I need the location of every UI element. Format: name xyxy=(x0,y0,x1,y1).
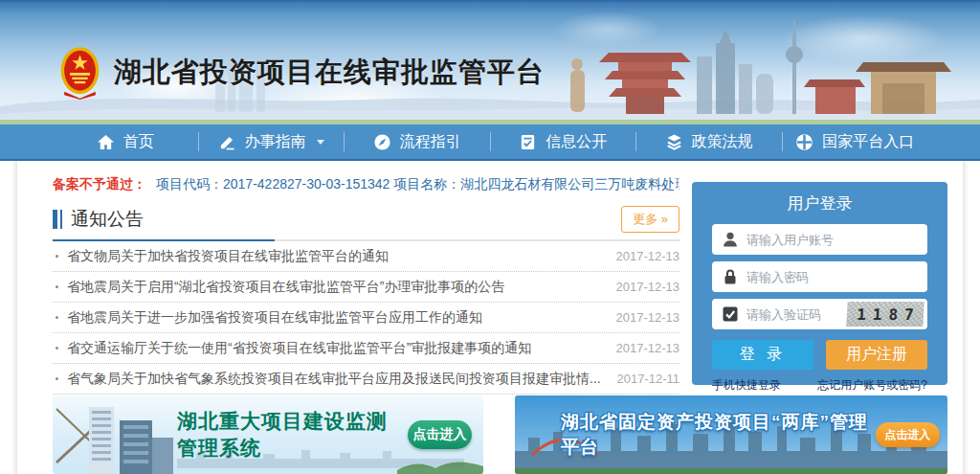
home-icon xyxy=(97,133,115,151)
password-field-wrap xyxy=(712,261,927,292)
login-button[interactable]: 登 录 xyxy=(712,340,813,370)
captcha-field-wrap: 1187 xyxy=(712,299,927,329)
national-emblem-icon xyxy=(57,46,102,100)
login-title: 用户登录 xyxy=(712,192,927,217)
nav-label: 国家平台入口 xyxy=(822,132,914,152)
main-nav: 首页 办事指南 流程指引 信息公开 xyxy=(0,124,980,161)
banner-enter-button[interactable]: 点击进入 xyxy=(408,420,472,449)
register-button[interactable]: 用户注册 xyxy=(826,340,927,370)
notice-row[interactable]: 省文物局关于加快省投资项目在线审批监管平台的通知 2017-12-13 xyxy=(53,241,679,272)
password-input[interactable] xyxy=(712,261,927,292)
notice-link[interactable]: 省气象局关于加快省气象系统投资项目在线审批平台应用及报送民间投资项目报建审批情.… xyxy=(67,371,601,388)
notice-row[interactable]: 省地震局关于进一步加强省投资项目在线审批监管平台应用工作的通知 2017-12-… xyxy=(53,303,679,333)
captcha-image[interactable]: 1187 xyxy=(846,302,924,327)
nav-item-process[interactable]: 流程指引 xyxy=(345,124,490,159)
nav-label: 信息公开 xyxy=(546,132,607,152)
bullet-icon xyxy=(56,377,58,380)
section-bar-icon xyxy=(53,210,62,229)
nav-item-info[interactable]: 信息公开 xyxy=(491,124,636,159)
notice-date: 2017-12-13 xyxy=(605,280,680,294)
pencil-icon xyxy=(218,133,236,151)
announcement-ticker[interactable]: 备案不予通过： 项目代码：2017-422827-30-03-151342 项目… xyxy=(53,174,679,195)
banner-title: 湖北省固定资产投资项目“两库”管理平台 xyxy=(561,410,876,460)
notices-section: 通知公告 更多 » 省文物局关于加快省投资项目在线审批监管平台的通知 2017-… xyxy=(53,203,679,395)
notice-link[interactable]: 省地震局关于启用“湖北省投资项目在线审批监管平台”办理审批事项的公告 xyxy=(67,279,504,296)
bullet-icon xyxy=(56,316,58,319)
login-links: 手机快捷登录 忘记用户账号或密码? xyxy=(712,377,927,394)
bullet-icon xyxy=(56,255,58,258)
nav-label: 办事指南 xyxy=(245,132,306,152)
nav-item-guide[interactable]: 办事指南 xyxy=(199,124,345,159)
grid-circle-icon xyxy=(795,133,813,151)
notice-link[interactable]: 省文物局关于加快省投资项目在线审批监管平台的通知 xyxy=(67,248,389,265)
chevron-down-icon xyxy=(317,140,324,145)
ticker-message: 项目代码：2017-422827-30-03-151342 项目名称：湖北四龙石… xyxy=(156,176,679,193)
notice-link[interactable]: 省交通运输厅关于统一使用“省投资项目在线审批监管平台”审批报建事项的通知 xyxy=(67,340,531,357)
page-title: 湖北省投资项目在线审批监管平台 xyxy=(114,54,545,92)
nav-item-national-platform[interactable]: 国家平台入口 xyxy=(783,124,928,159)
page-edge-shadow xyxy=(11,161,17,474)
login-panel: 用户登录 1187 登 录 用户注册 xyxy=(692,182,947,385)
notices-title: 通知公告 xyxy=(71,207,144,232)
nav-item-home[interactable]: 首页 xyxy=(53,124,198,159)
notice-row[interactable]: 省地震局关于启用“湖北省投资项目在线审批监管平台”办理审批事项的公告 2017-… xyxy=(53,272,679,303)
banner-monitor-system[interactable]: 湖北重大项目建设监测管理系统 点击进入 xyxy=(53,395,483,474)
username-field-wrap xyxy=(712,224,927,255)
more-button[interactable]: 更多 » xyxy=(621,206,679,233)
nav-label: 政策法规 xyxy=(692,132,753,152)
notice-link[interactable]: 省地震局关于进一步加强省投资项目在线审批监管平台应用工作的通知 xyxy=(67,309,482,327)
nav-item-policy[interactable]: 政策法规 xyxy=(636,124,782,159)
banner-two-db-platform[interactable]: 湖北省固定资产投资项目“两库”管理平台 点击进入 xyxy=(515,395,947,474)
compass-icon xyxy=(373,133,391,151)
doc-check-icon xyxy=(519,133,537,151)
login-buttons: 登 录 用户注册 xyxy=(712,340,927,370)
quick-login-link[interactable]: 手机快捷登录 xyxy=(712,377,781,394)
page: 湖北省投资项目在线审批监管平台 首页 办事指南 流程指引 xyxy=(0,0,980,474)
banner-title: 湖北重大项目建设监测管理系统 xyxy=(177,408,408,462)
notice-date: 2017-12-13 xyxy=(605,249,680,263)
notice-date: 2017-12-13 xyxy=(605,310,680,325)
notices-header: 通知公告 更多 » xyxy=(53,203,679,236)
notice-date: 2017-12-13 xyxy=(605,341,680,355)
section-divider xyxy=(53,239,679,241)
page-edge-shadow xyxy=(963,161,969,474)
banner-content: 湖北重大项目建设监测管理系统 点击进入 xyxy=(53,395,483,474)
username-input[interactable] xyxy=(712,224,927,255)
bullet-icon xyxy=(56,347,58,350)
ticker-status-label: 备案不予通过： xyxy=(53,176,146,193)
notice-row[interactable]: 省气象局关于加快省气象系统投资项目在线审批平台应用及报送民间投资项目报建审批情.… xyxy=(53,364,679,395)
notice-row[interactable]: 省交通运输厅关于统一使用“省投资项目在线审批监管平台”审批报建事项的通知 201… xyxy=(53,333,679,364)
nav-label: 首页 xyxy=(123,132,154,152)
banner-enter-button[interactable]: 点击进入 xyxy=(876,422,940,447)
banner-content: 湖北省固定资产投资项目“两库”管理平台 点击进入 xyxy=(515,395,947,474)
nav-label: 流程指引 xyxy=(400,132,461,152)
site-header: 湖北省投资项目在线审批监管平台 xyxy=(0,0,980,124)
forgot-password-link[interactable]: 忘记用户账号或密码? xyxy=(817,377,927,394)
brand: 湖北省投资项目在线审批监管平台 xyxy=(57,46,545,100)
layers-icon xyxy=(665,133,683,151)
notice-date: 2017-12-11 xyxy=(605,372,679,386)
bullet-icon xyxy=(56,285,58,288)
